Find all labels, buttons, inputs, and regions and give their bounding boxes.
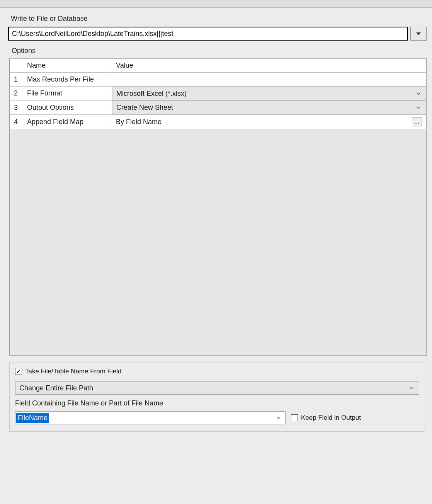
grid-empty-area — [10, 129, 426, 355]
table-row: 2 File Format Microsoft Excel (*.xlsx) — [10, 87, 426, 101]
column-header-value: Value — [112, 59, 426, 73]
field-containing-label: Field Containing File Name or Part of Fi… — [15, 399, 419, 407]
check-icon — [16, 369, 21, 374]
file-path-dropdown-button[interactable] — [410, 27, 427, 41]
chevron-down-icon — [415, 104, 422, 111]
window-titlebar — [0, 0, 432, 8]
keep-field-label: Keep Field in Output — [301, 414, 361, 422]
take-name-checkbox[interactable] — [15, 368, 22, 375]
path-mode-select[interactable]: Change Entire File Path — [15, 381, 419, 395]
chevron-down-icon — [415, 90, 422, 97]
ellipsis-button[interactable]: … — [412, 117, 422, 126]
table-row: 4 Append Field Map By Field Name … — [10, 115, 426, 129]
append-field-map-cell[interactable]: By Field Name … — [112, 115, 426, 129]
write-to-label: Write to File or Database — [11, 15, 423, 23]
column-header-rownum — [10, 59, 23, 73]
field-name-value: FileName — [16, 413, 49, 423]
options-grid: Name Value 1 Max Records Per File 2 File… — [9, 58, 427, 356]
caret-down-icon — [416, 32, 421, 35]
take-name-fieldset: Take File/Table Name From Field Change E… — [9, 363, 425, 432]
row-number: 3 — [10, 100, 23, 115]
output-options-select[interactable]: Create New Sheet — [112, 100, 426, 114]
file-format-select[interactable]: Microsoft Excel (*.xlsx) — [112, 87, 426, 100]
take-name-label: Take File/Table Name From Field — [25, 368, 121, 375]
option-name: File Format — [23, 87, 112, 101]
table-row: 3 Output Options Create New Sheet — [10, 100, 426, 115]
max-records-input[interactable] — [112, 73, 426, 87]
chevron-down-icon — [275, 414, 282, 421]
option-name: Output Options — [23, 100, 112, 115]
column-header-name: Name — [23, 59, 112, 73]
field-name-combobox[interactable]: FileName — [15, 411, 286, 424]
row-number: 2 — [10, 87, 23, 101]
row-number: 1 — [10, 73, 23, 87]
options-label: Options — [12, 47, 427, 55]
keep-field-checkbox[interactable] — [291, 414, 298, 421]
row-number: 4 — [10, 115, 23, 129]
option-name: Max Records Per File — [23, 73, 112, 87]
file-path-input[interactable] — [8, 27, 408, 41]
option-name: Append Field Map — [23, 115, 112, 129]
table-row: 1 Max Records Per File — [10, 73, 426, 87]
chevron-down-icon — [408, 385, 415, 392]
